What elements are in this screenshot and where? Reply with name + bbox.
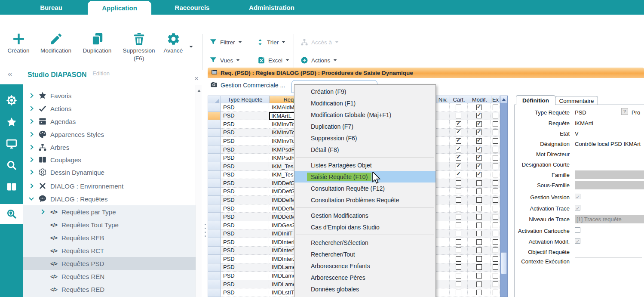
col-header-type-requete[interactable]: Type Requête: [221, 96, 269, 103]
cell-cart[interactable]: [450, 196, 468, 204]
cart-checkbox[interactable]: [456, 206, 461, 211]
cell-ex[interactable]: [491, 255, 500, 263]
cart-checkbox[interactable]: [456, 189, 461, 194]
cell-ex[interactable]: [491, 154, 500, 162]
cell-cart[interactable]: [450, 247, 468, 255]
menu-item-consultation-requete-f12[interactable]: Consultation Requête (F12): [294, 183, 435, 194]
sidebar-item-requetes-par-type[interactable]: Requêtes par Type: [23, 205, 196, 218]
sidebar-item-actions[interactable]: Actions: [23, 102, 196, 115]
document-tab-gestion-commerciale[interactable]: Gestion Commerciale ...: [210, 80, 285, 90]
cell-ex[interactable]: [491, 221, 500, 230]
row-header-cell[interactable]: [208, 288, 221, 297]
cell-cart[interactable]: [450, 272, 468, 280]
cell-modif[interactable]: [468, 238, 491, 247]
modif-checkbox[interactable]: [476, 290, 482, 295]
cell-modif[interactable]: [468, 263, 491, 272]
cart-checkbox[interactable]: [456, 264, 461, 270]
modif-checkbox[interactable]: [476, 113, 482, 118]
ex-checkbox[interactable]: [493, 113, 498, 118]
modif-checkbox[interactable]: [476, 273, 482, 278]
cell-type-requete[interactable]: PSD: [221, 272, 269, 280]
cell-cart[interactable]: [450, 120, 468, 129]
ex-checkbox[interactable]: [493, 248, 498, 253]
ex-checkbox[interactable]: [493, 206, 498, 211]
menu-item-suppression-f6[interactable]: Suppression (F6): [294, 132, 435, 144]
ex-checkbox[interactable]: [493, 189, 498, 194]
cell-modif[interactable]: [468, 120, 491, 129]
row-header-cell[interactable]: [208, 171, 221, 179]
sidebar-item-arbres[interactable]: Arbres: [23, 141, 196, 154]
cell-cart[interactable]: [450, 221, 468, 230]
row-header-cell[interactable]: [208, 145, 221, 154]
menu-item-donnees-globales[interactable]: Données globales: [294, 283, 435, 295]
cell-type-requete[interactable]: PSD: [221, 221, 269, 230]
menu-item-gestion-modifications[interactable]: Gestion Modifications: [294, 210, 435, 221]
modif-checkbox[interactable]: [476, 256, 482, 262]
tab-commentaire[interactable]: Commentaire: [555, 96, 598, 105]
cell-type-requete[interactable]: PSD: [221, 288, 269, 297]
menu-item-duplication-f7[interactable]: Duplication (F7): [294, 121, 435, 132]
sidebar-item-requetes-psd[interactable]: Requêtes PSD: [23, 257, 196, 270]
ex-checkbox[interactable]: [493, 239, 498, 245]
scroll-up-button[interactable]: [500, 96, 507, 103]
cell-niv[interactable]: [436, 272, 450, 280]
cell-ex[interactable]: [491, 112, 500, 121]
cell-type-requete[interactable]: PSD: [221, 154, 269, 162]
cart-checkbox[interactable]: [456, 239, 461, 245]
cell-modif[interactable]: [468, 280, 491, 289]
cell-ex[interactable]: [491, 196, 500, 204]
cell-ex[interactable]: [491, 137, 500, 145]
cell-type-requete[interactable]: PSD: [221, 247, 269, 255]
sidebar-item-dessin-dynamique[interactable]: Dessin Dynamique: [23, 166, 196, 179]
modif-checkbox[interactable]: [476, 214, 482, 220]
col-header-niv[interactable]: Niv.: [436, 96, 450, 103]
cell-cart[interactable]: [450, 213, 468, 221]
topbar-tab-raccourcis[interactable]: Raccourcis: [167, 0, 218, 15]
modif-checkbox[interactable]: [476, 138, 482, 144]
ex-checkbox[interactable]: [493, 164, 498, 169]
modification-button[interactable]: Modification: [35, 32, 77, 54]
cell-modif[interactable]: [468, 154, 491, 162]
row-header-cell[interactable]: [208, 255, 221, 263]
cell-type-requete[interactable]: PSD: [221, 120, 269, 129]
cell-type-requete[interactable]: PSD: [221, 188, 269, 196]
scroll-up-arrow-icon[interactable]: [197, 90, 201, 92]
cell-ex[interactable]: [491, 272, 500, 280]
cell-type-requete[interactable]: PSD: [221, 145, 269, 154]
cell-ex[interactable]: [491, 280, 500, 289]
cart-checkbox[interactable]: [456, 147, 461, 152]
row-header-cell[interactable]: [208, 221, 221, 230]
cell-ex[interactable]: [491, 179, 500, 188]
cell-modif[interactable]: [468, 272, 491, 280]
row-header-cell[interactable]: [208, 263, 221, 272]
ex-checkbox[interactable]: [493, 290, 498, 295]
cart-checkbox[interactable]: [456, 282, 461, 287]
cell-ex[interactable]: [491, 288, 500, 297]
cart-checkbox[interactable]: [456, 180, 461, 186]
cell-ex[interactable]: [491, 162, 500, 171]
cell-type-requete[interactable]: PSD: [221, 171, 269, 179]
menu-item-rechercher-selection[interactable]: Rechercher/Sélection: [294, 237, 435, 248]
splitter-handle[interactable]: [204, 224, 206, 237]
row-header-cell[interactable]: [208, 238, 221, 247]
sidebar-item-dialog-requetes[interactable]: DIALOG : Requêtes: [23, 192, 196, 205]
cell-ex[interactable]: [491, 120, 500, 129]
modif-checkbox[interactable]: [476, 172, 482, 177]
menu-item-listes-partagees-objet[interactable]: Listes Partagées Objet: [294, 159, 435, 171]
cell-niv[interactable]: [436, 154, 450, 162]
row-header-cell[interactable]: [208, 280, 221, 289]
cell-cart[interactable]: [450, 129, 468, 137]
ex-checkbox[interactable]: [493, 264, 498, 270]
cell-modif[interactable]: [468, 247, 491, 255]
cell-niv[interactable]: [436, 120, 450, 129]
avance-button[interactable]: Avancé: [160, 32, 187, 54]
modif-checkbox[interactable]: [476, 155, 482, 161]
modif-checkbox[interactable]: [476, 147, 482, 152]
ex-checkbox[interactable]: [493, 147, 498, 152]
menu-item-rechercher-tout[interactable]: Rechercher/Tout: [294, 248, 435, 260]
cell-modif[interactable]: [468, 162, 491, 171]
cell-modif[interactable]: [468, 103, 491, 112]
modif-checkbox[interactable]: [476, 197, 482, 203]
table-scrollbar[interactable]: [500, 96, 508, 297]
filtrer-button[interactable]: Filtrer: [209, 37, 242, 48]
